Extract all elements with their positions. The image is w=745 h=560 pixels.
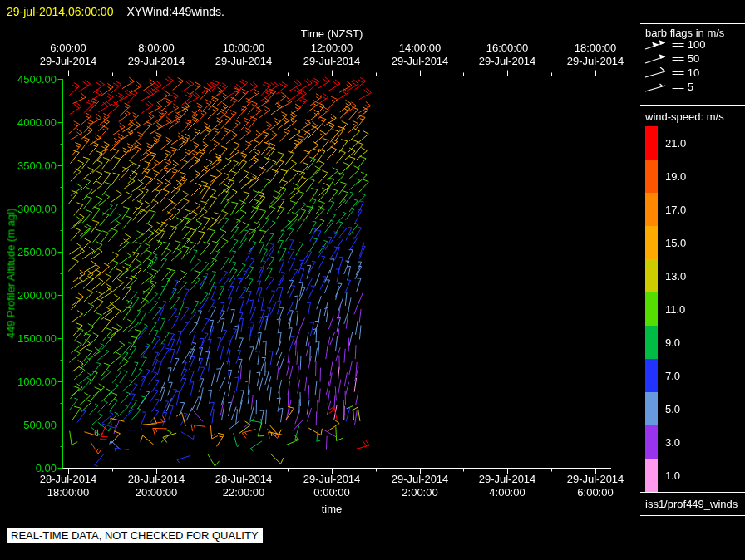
bottom-axis-tick: 29-Jul-20144:00:00 xyxy=(479,473,536,499)
tick-date: 29-Jul-2014 xyxy=(303,55,361,68)
colorbar-value: 21.0 xyxy=(658,137,686,150)
barb-legend-item: == 5 xyxy=(644,81,693,93)
colorbar-value: 17.0 xyxy=(658,204,686,216)
colorbar-row: 19.0 xyxy=(645,160,686,193)
tick-date: 28-Jul-2014 xyxy=(215,473,273,486)
top-axis-tick: 10:00:0029-Jul-2014 xyxy=(215,42,273,68)
barb-legend-label: == 10 xyxy=(672,66,699,79)
tick-date: 29-Jul-2014 xyxy=(303,473,361,486)
y-axis-tick-label: 2500.00 xyxy=(2,246,57,258)
colorbar-value: 11.0 xyxy=(658,303,685,316)
tick-date: 29-Jul-2014 xyxy=(392,473,449,486)
tick-time: 20:00:00 xyxy=(128,486,185,499)
top-axis-tick: 18:00:0029-Jul-2014 xyxy=(567,42,624,68)
tick-date: 29-Jul-2014 xyxy=(479,55,536,68)
bottom-axis-tick: 28-Jul-201418:00:00 xyxy=(40,473,97,499)
colorbar-value: 3.0 xyxy=(658,436,680,449)
bottom-axis-tick: 28-Jul-201420:00:00 xyxy=(128,473,185,499)
barb-flag-100-icon xyxy=(644,39,667,51)
separator-line xyxy=(640,105,745,106)
colorbar-swatch xyxy=(645,392,658,425)
colorbar-swatch xyxy=(645,193,658,226)
bottom-axis-title: time xyxy=(322,503,343,515)
colorbar-swatch xyxy=(645,259,658,292)
colorbar-row: 17.0 xyxy=(645,193,686,226)
colorbar-value: 1.0 xyxy=(658,469,680,482)
y-axis-title: 449 Profiler Altitude (m agl) xyxy=(5,209,17,339)
top-axis-title: Time (NZST) xyxy=(301,27,363,40)
wind-barb-plot xyxy=(0,0,745,560)
barb-legend-item: == 50 xyxy=(644,52,699,65)
colorbar-row: 5.0 xyxy=(645,392,686,425)
bottom-axis-tick: 28-Jul-201422:00:00 xyxy=(215,473,273,499)
plot-title: XYWind:449winds. xyxy=(126,5,224,18)
colorbar-row: 7.0 xyxy=(645,359,686,392)
top-axis-tick: 12:00:0029-Jul-2014 xyxy=(303,42,361,68)
colorbar-value: 15.0 xyxy=(658,237,686,249)
colorbar-swatch xyxy=(645,226,658,259)
colorbar-swatch xyxy=(645,326,658,359)
barb-legend-label: == 100 xyxy=(672,38,706,51)
barb-legend-label: == 5 xyxy=(672,81,693,93)
colorbar-row: 9.0 xyxy=(645,326,686,359)
colorbar-row: 13.0 xyxy=(645,259,686,292)
tick-time: 6:00:00 xyxy=(567,486,624,499)
colorbar-swatch xyxy=(645,126,658,160)
barb-full-10-icon xyxy=(644,67,667,79)
tick-date: 28-Jul-2014 xyxy=(40,473,97,486)
colorbar-row: 3.0 xyxy=(645,425,686,459)
y-axis-tick-label: 3500.00 xyxy=(2,160,57,172)
barb-legend-title: barb flags in m/s xyxy=(645,27,724,39)
barb-legend-item: == 100 xyxy=(644,38,706,51)
colorbar-swatch xyxy=(645,292,658,326)
tick-time: 18:00:00 xyxy=(40,486,97,499)
bottom-axis-tick: 29-Jul-20146:00:00 xyxy=(567,473,624,499)
separator-line xyxy=(640,23,745,24)
tick-time: 0:00:00 xyxy=(303,486,361,499)
top-axis-tick: 16:00:0029-Jul-2014 xyxy=(479,42,536,68)
colorbar-swatch xyxy=(645,160,658,193)
tick-date: 29-Jul-2014 xyxy=(215,55,273,68)
tick-time: 14:00:00 xyxy=(392,42,449,55)
colorbar-value: 7.0 xyxy=(658,370,680,382)
bottom-axis-tick: 29-Jul-20142:00:00 xyxy=(392,473,449,499)
y-axis-tick-label: 1500.00 xyxy=(2,332,57,345)
colorbar-value: 19.0 xyxy=(658,170,686,183)
colorbar-value: 9.0 xyxy=(658,336,680,349)
colorbar-swatch xyxy=(645,359,658,392)
source-path: iss1/prof449_winds xyxy=(645,498,738,510)
colorbar-row: 21.0 xyxy=(645,126,686,160)
tick-date: 29-Jul-2014 xyxy=(40,55,97,68)
colorbar-row: 1.0 xyxy=(645,459,686,492)
separator-line xyxy=(640,515,745,516)
bottom-axis-tick: 29-Jul-20140:00:00 xyxy=(303,473,361,499)
y-axis-tick-label: 3000.00 xyxy=(2,203,57,215)
tick-time: 2:00:00 xyxy=(392,486,449,499)
top-axis-tick: 14:00:0029-Jul-2014 xyxy=(392,42,449,68)
colorbar: 21.0 19.0 17.0 15.0 13.0 11.0 9.0 7.0 5.… xyxy=(645,126,686,492)
top-axis-tick: 8:00:0029-Jul-2014 xyxy=(128,42,185,68)
y-axis-tick-label: 4500.00 xyxy=(2,73,57,86)
tick-time: 4:00:00 xyxy=(479,486,536,499)
y-axis-tick-label: 500.00 xyxy=(2,419,57,431)
y-axis-tick-label: 1000.00 xyxy=(2,376,57,388)
header: 29-jul-2014,06:00:00XYWind:449winds. xyxy=(7,5,224,18)
tick-date: 29-Jul-2014 xyxy=(128,55,185,68)
colorbar-swatch xyxy=(645,425,658,459)
separator-line xyxy=(640,492,745,493)
colorbar-title: wind-speed: m/s xyxy=(645,111,724,123)
tick-time: 6:00:00 xyxy=(40,42,97,55)
colorbar-value: 13.0 xyxy=(658,270,686,282)
tick-time: 18:00:00 xyxy=(567,42,624,55)
disclaimer-banner: REAL-TIME DATA, NOT CHECKED FOR QUALITY xyxy=(7,528,263,543)
barb-flag-50-icon xyxy=(644,53,667,65)
colorbar-value: 5.0 xyxy=(658,403,680,415)
tick-date: 29-Jul-2014 xyxy=(479,473,536,486)
tick-time: 22:00:00 xyxy=(215,486,273,499)
tick-date: 29-Jul-2014 xyxy=(567,473,624,486)
tick-time: 10:00:00 xyxy=(215,42,273,55)
colorbar-row: 11.0 xyxy=(645,292,686,326)
y-axis-tick-label: 2000.00 xyxy=(2,289,57,302)
tick-time: 16:00:00 xyxy=(479,42,536,55)
plot-timestamp: 29-jul-2014,06:00:00 xyxy=(7,5,113,18)
